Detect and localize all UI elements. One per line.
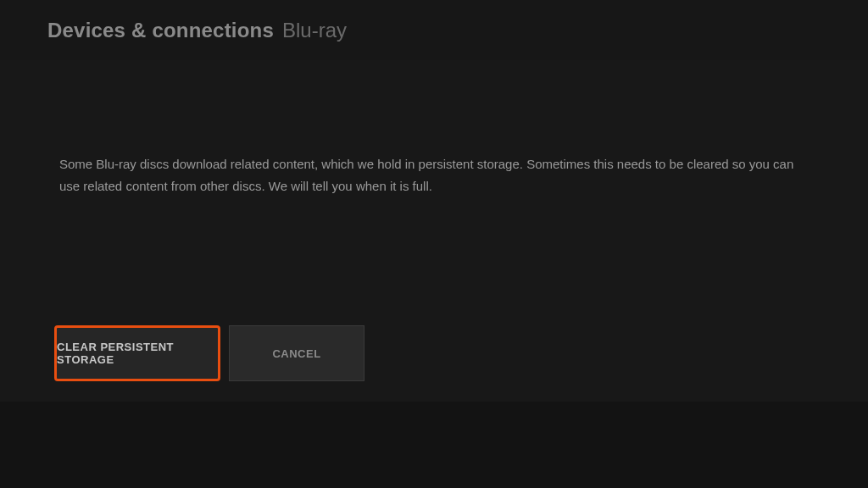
page-header: Devices & connections Blu-ray (0, 0, 868, 60)
cancel-button[interactable]: CANCEL (229, 325, 364, 381)
bottom-band (0, 402, 868, 488)
description-text: Some Blu-ray discs download related cont… (59, 153, 805, 197)
header-section-title: Devices & connections (47, 19, 274, 42)
header-page-title: Blu-ray (282, 19, 347, 42)
cancel-button-label: CANCEL (272, 347, 320, 360)
button-row: CLEAR PERSISTENT STORAGE CANCEL (54, 325, 364, 381)
clear-button-label: CLEAR PERSISTENT STORAGE (57, 341, 218, 366)
clear-persistent-storage-button[interactable]: CLEAR PERSISTENT STORAGE (54, 325, 220, 381)
